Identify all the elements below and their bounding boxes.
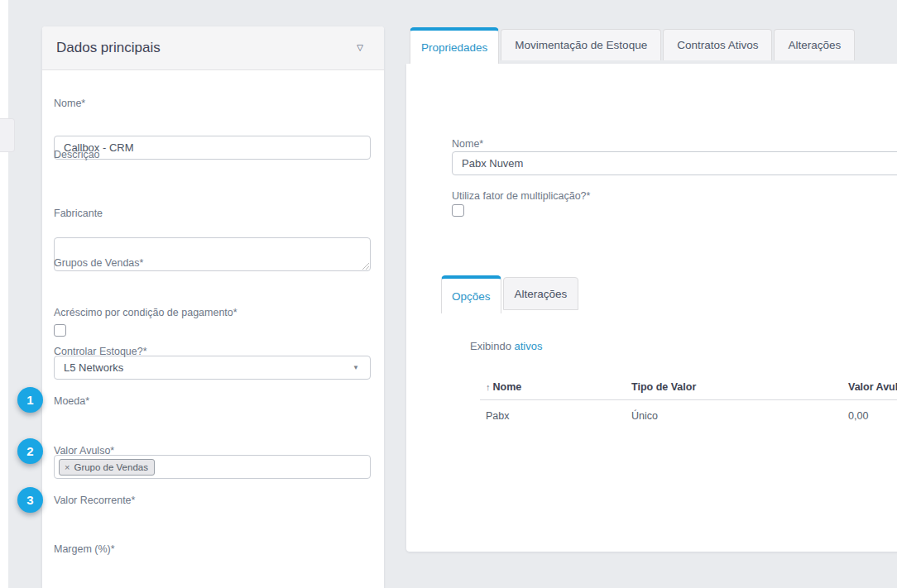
nome-right-input[interactable] [452, 151, 897, 175]
tab-movimentacao-de-estoque[interactable]: Movimentação de Estoque [501, 29, 661, 60]
filter-status: Exibindo ativos [470, 340, 542, 352]
field-utiliza-fator: Utiliza fator de multiplicação?* [452, 190, 590, 217]
card-title: Dados principais [56, 40, 161, 56]
subtab-alteracoes[interactable]: Alterações [503, 277, 579, 310]
valor-avulso-label: Valor Avulso* [54, 445, 371, 457]
fabricante-select[interactable]: L5 Networks ▼ [54, 356, 371, 380]
cell-valor-avulso: 0,00 [848, 410, 868, 422]
tag-label: Grupo de Vendas [74, 460, 148, 475]
grupos-de-vendas-multiselect[interactable]: × Grupo de Vendas [54, 455, 371, 479]
sub-tab-bar: Opções Alterações [441, 275, 578, 313]
margem-label: Margem (%)* [54, 543, 371, 556]
fabricante-label: Fabricante [54, 208, 371, 220]
field-descricao: Descrição [54, 149, 371, 161]
nome-label: Nome* [54, 98, 371, 110]
col-header-valor-avulso[interactable]: Valor Avulso [848, 381, 897, 393]
app-screen: Dados principais ▽ Nome* Descrição Fabri… [0, 0, 897, 588]
grupo-de-vendas-tag: × Grupo de Vendas [59, 459, 155, 476]
tab-alteracoes[interactable]: Alterações [774, 29, 855, 60]
chevron-down-icon[interactable]: ▽ [354, 42, 366, 54]
table-header-divider [480, 399, 897, 400]
sidebar-collapsed-strip [0, 0, 8, 588]
field-nome-right: Nome* [452, 138, 897, 175]
cell-nome[interactable]: Pabx [486, 410, 510, 422]
field-valor-recorrente: Valor Recorrente* [54, 495, 371, 507]
tab-propriedades[interactable]: Propriedades [410, 27, 499, 64]
acrescimo-checkbox[interactable] [54, 324, 66, 337]
nome-right-label: Nome* [452, 138, 897, 151]
field-valor-avulso: Valor Avulso* [54, 445, 371, 457]
annotation-badge-2: 2 [17, 438, 43, 464]
remove-tag-icon[interactable]: × [65, 460, 70, 475]
field-nome: Nome* [54, 98, 371, 110]
field-controlar-estoque: Controlar Estoque?* Não ▼ [54, 346, 371, 358]
dados-principais-body: Nome* Descrição Fabricante L5 Networks ▼… [42, 70, 384, 588]
dados-principais-card: Dados principais ▽ Nome* Descrição Fabri… [42, 26, 384, 588]
cell-tipo-de-valor: Único [631, 410, 658, 422]
descricao-label: Descrição [54, 149, 371, 161]
propriedades-panel: Nome* Utiliza fator de multiplicação?* O… [406, 64, 897, 552]
utiliza-fator-label: Utiliza fator de multiplicação?* [452, 190, 590, 203]
main-tab-bar: Propriedades Movimentação de Estoque Con… [410, 27, 855, 64]
caret-down-icon: ▼ [353, 365, 361, 371]
ativos-link[interactable]: ativos [515, 340, 543, 352]
sort-asc-icon: ↑ [486, 382, 491, 392]
field-grupos-de-vendas: Grupos de Vendas* × Grupo de Vendas [54, 257, 371, 270]
sidebar-expand-handle[interactable] [0, 118, 15, 152]
controlar-estoque-label: Controlar Estoque?* [54, 346, 371, 358]
fabricante-selected-value: L5 Networks [64, 361, 123, 374]
acrescimo-label: Acréscimo por condição de pagamento* [54, 307, 371, 319]
field-margem: Margem (%)* [54, 543, 371, 556]
field-acrescimo: Acréscimo por condição de pagamento* [54, 307, 371, 337]
col-header-tipo-de-valor[interactable]: Tipo de Valor [631, 381, 696, 393]
field-moeda: Moeda* USD - Dólar Americano ▼ [54, 395, 371, 408]
annotation-badge-1: 1 [17, 387, 43, 413]
dados-principais-header: Dados principais ▽ [42, 26, 384, 70]
annotation-badge-3: 3 [17, 487, 43, 513]
col-header-nome[interactable]: ↑Nome [486, 381, 521, 393]
moeda-label: Moeda* [54, 395, 371, 408]
valor-recorrente-label: Valor Recorrente* [54, 495, 371, 507]
utiliza-fator-checkbox[interactable] [452, 204, 464, 217]
filter-prefix: Exibindo [470, 340, 511, 352]
field-fabricante: Fabricante L5 Networks ▼ [54, 208, 371, 220]
subtab-opcoes[interactable]: Opções [441, 275, 501, 313]
grupos-de-vendas-label: Grupos de Vendas* [54, 257, 371, 270]
tab-contratos-ativos[interactable]: Contratos Ativos [663, 29, 772, 60]
